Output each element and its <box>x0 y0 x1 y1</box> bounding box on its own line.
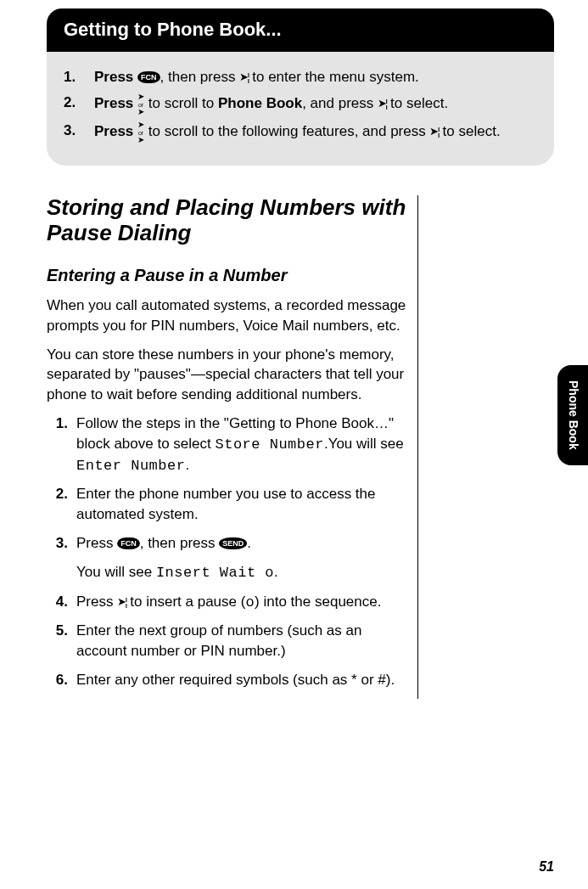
lcd-text: Enter Number <box>76 458 185 474</box>
banner-title: Getting to Phone Book... <box>47 8 554 52</box>
text: . <box>185 457 189 473</box>
step-number: 6. <box>47 670 68 690</box>
lcd-text: Insert Wait o <box>156 565 274 581</box>
page-number: 51 <box>539 858 554 876</box>
step-number: 2. <box>47 484 68 504</box>
content-row: Storing and Placing Numbers with Pause D… <box>47 195 554 699</box>
list-item: 3. Press FCN, then press SEND. You will … <box>72 533 409 583</box>
page: Getting to Phone Book... 1. Press FCN, t… <box>0 8 588 699</box>
send-icon: SEND <box>219 537 247 549</box>
updown-arrow-icon: ➤or➤ <box>137 93 144 115</box>
step-number: 2. <box>64 93 86 115</box>
press-label: Press <box>94 69 133 85</box>
body-steps: 1. Follow the steps in the "Getting to P… <box>47 414 409 690</box>
text: You will see <box>76 564 156 580</box>
step-number: 1. <box>47 414 68 434</box>
text: to scroll to <box>144 95 218 111</box>
text: Enter the next group of numbers (such as… <box>76 622 361 659</box>
text: to scroll to the following features, and… <box>144 123 429 139</box>
step-number: 1. <box>64 67 86 87</box>
box-step-2: 2. Press ➤or➤ to scroll to Phone Book, a… <box>64 93 530 115</box>
arrow-right-icon: ➤¦ <box>429 124 438 139</box>
step-number: 4. <box>47 592 68 612</box>
box-step-3: 3. Press ➤or➤ to scroll to the following… <box>64 121 530 143</box>
text: to insert a pause ( <box>126 594 246 610</box>
paragraph: You can store these numbers in your phon… <box>47 345 409 405</box>
text: , then press <box>160 69 240 85</box>
text: ) into the sequence. <box>255 594 381 610</box>
section-title: Storing and Placing Numbers with Pause D… <box>47 195 409 246</box>
sub-paragraph: You will see Insert Wait o. <box>76 562 409 583</box>
left-column: Storing and Placing Numbers with Pause D… <box>47 195 418 699</box>
step-text: Press FCN, then press ➤¦ to enter the me… <box>94 67 530 87</box>
list-item: 1. Follow the steps in the "Getting to P… <box>72 414 409 475</box>
list-item: 4. Press ➤¦ to insert a pause (o) into t… <box>72 592 409 613</box>
text: .You will see <box>324 436 404 452</box>
step-number: 3. <box>47 533 68 554</box>
right-column <box>435 195 554 699</box>
getting-to-box: 1. Press FCN, then press ➤¦ to enter the… <box>47 52 554 166</box>
list-item: 2. Enter the phone number you use to acc… <box>72 484 409 525</box>
step-text: Press ➤or➤ to scroll to Phone Book, and … <box>94 93 530 115</box>
press-label: Press <box>94 95 133 111</box>
phone-book-label: Phone Book <box>218 95 302 111</box>
text: to enter the menu system. <box>249 69 419 85</box>
text: , then press <box>140 535 220 551</box>
step-text: Press ➤or➤ to scroll to the following fe… <box>94 121 530 143</box>
fcn-icon: FCN <box>137 71 160 83</box>
arrow-right-icon: ➤¦ <box>378 96 386 111</box>
lcd-text: o <box>245 594 255 610</box>
text: to select. <box>439 123 501 139</box>
text: to select. <box>386 95 448 111</box>
list-item: 6. Enter any other required symbols (suc… <box>72 670 409 690</box>
text: , and press <box>302 95 378 111</box>
side-tab-phone-book: Phone Book <box>557 365 588 465</box>
updown-arrow-icon: ➤or➤ <box>137 121 144 143</box>
step-number: 5. <box>47 621 68 641</box>
step-number: 3. <box>64 121 86 143</box>
arrow-right-icon: ➤¦ <box>239 70 248 85</box>
text: Press <box>76 594 117 610</box>
text: . <box>274 564 278 580</box>
lcd-text: Store Number <box>215 436 323 453</box>
arrow-right-icon: ➤¦ <box>117 594 126 610</box>
list-item: 5. Enter the next group of numbers (such… <box>72 621 409 661</box>
text: Press <box>76 535 117 551</box>
box-step-1: 1. Press FCN, then press ➤¦ to enter the… <box>64 67 530 87</box>
text: Enter any other required symbols (such a… <box>76 672 395 688</box>
subsection-title: Entering a Pause in a Number <box>47 263 409 287</box>
text: . <box>247 535 251 551</box>
press-label: Press <box>94 123 133 139</box>
paragraph: When you call automated systems, a recor… <box>47 295 409 336</box>
fcn-icon: FCN <box>117 537 140 549</box>
text: Enter the phone number you use to access… <box>76 486 376 522</box>
